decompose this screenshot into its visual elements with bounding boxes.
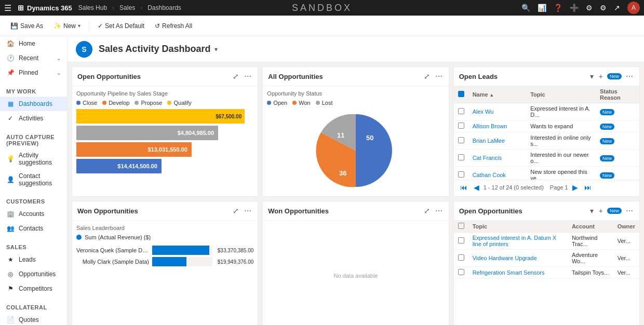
sidebar-item-activity-suggestions[interactable]: 💡 Activity suggestions [0,148,67,169]
open-leads-add-button[interactable]: + [598,71,604,82]
nav-sales-hub[interactable]: Sales Hub [78,4,107,11]
won-opp-more-button[interactable]: ⋯ [243,206,252,216]
open-opp-expand-button[interactable]: ⤢ [232,71,240,82]
competitors-icon: ⚑ [6,285,15,293]
nav-sales[interactable]: Sales [119,4,135,11]
row-checkbox[interactable] [458,254,464,261]
quotes-icon: 📄 [6,316,15,324]
open-leads-dropdown-button[interactable]: ▾ [589,71,595,82]
open-opp-bottom-title: Open Opportunities [459,207,586,215]
open-opp-bottom-more-button[interactable]: ⋯ [625,206,634,216]
sidebar-item-accounts[interactable]: 🏢 Accounts [0,207,67,221]
legend-won-label: Won [299,100,310,106]
open-opp-more-button[interactable]: ⋯ [243,71,252,82]
col-topic-opp[interactable]: Topic [468,221,568,233]
row-topic: Interested in our newer o... [526,150,596,167]
svg-text:50: 50 [366,134,373,142]
sidebar-item-competitors[interactable]: ⚑ Competitors [0,281,67,296]
all-opp-more-button[interactable]: ⋯ [434,71,444,82]
bar-name-0: Veronica Quek (Sample Da...) [76,247,149,253]
filter-icon[interactable]: ⚙ [586,4,593,12]
row-checkbox[interactable] [458,269,464,275]
row-checkbox[interactable] [458,137,464,143]
sidebar-item-activities[interactable]: ✓ Activities [0,111,67,126]
col-name[interactable]: Name [468,86,527,103]
col-topic[interactable]: Topic [526,86,596,103]
page-title: Sales Activity Dashboard [99,44,210,55]
sidebar-item-dashboards[interactable]: ▦ Dashboards [0,97,67,111]
funnel-value-qualify: $67,500.00 [216,114,242,119]
funnel-row-develop: $13,031,550.00 [76,142,253,157]
row-name[interactable]: Brian LaMee [468,132,527,150]
col-account-opp[interactable]: Account [568,221,613,233]
row-checkbox[interactable] [458,108,464,114]
bar-fill-0 [152,246,209,255]
refresh-all-button[interactable]: ↺ Refresh All [151,20,196,32]
dashboard-grid: Open Opportunities ⤢ ⋯ Opportunity Pipel… [72,66,640,325]
sidebar-item-contact-suggestions[interactable]: 👤 Contact suggestions [0,169,67,190]
set-as-default-button[interactable]: ✓ Set As Default [93,20,149,32]
open-opp-bottom-card: Open Opportunities ▾ + New ⋯ Topic [453,201,640,325]
sidebar-item-home[interactable]: 🏠 Home [0,36,67,51]
row-name[interactable]: Allison Brown [468,120,527,132]
row-topic[interactable]: Video Hardware Upgrade [468,250,568,267]
sidebar-item-leads[interactable]: ★ Leads [0,252,67,267]
open-opp-bottom-dropdown-button[interactable]: ▾ [589,206,595,216]
opp-select-all-checkbox[interactable] [458,223,464,229]
nav-dashboards[interactable]: Dashboards [147,4,181,11]
share-icon[interactable]: ↗ [614,4,620,12]
plus-icon[interactable]: ➕ [570,4,579,12]
open-leads-more-button[interactable]: ⋯ [625,71,634,82]
all-opp-header: All Opportunities ⤢ ⋯ [263,67,448,86]
settings-icon[interactable]: ⚙ [600,4,607,12]
page-title-chevron-icon[interactable]: ▾ [214,46,218,53]
pag-first-button[interactable]: ⏮ [458,182,469,193]
save-as-button[interactable]: 💾 Save As [6,20,47,32]
sidebar-item-pinned[interactable]: 📌 Pinned ⌄ [0,65,67,80]
row-name[interactable]: Cathan Cook [468,167,527,180]
row-checkbox[interactable] [458,154,464,160]
row-checkbox[interactable] [458,123,464,129]
chevron-pinned-icon: ⌄ [57,70,61,76]
activity-icon[interactable]: 📊 [538,4,546,12]
help-icon[interactable]: ❓ [554,4,562,12]
new-button[interactable]: ✨ New ▾ [49,20,85,32]
hamburger-icon[interactable]: ☰ [4,3,11,13]
open-opp-bottom-add-button[interactable]: + [598,206,604,216]
sidebar-section-my-work: My Work [0,84,67,97]
sidebar-item-quotes[interactable]: 📄 Quotes [0,313,67,325]
row-topic[interactable]: Expressed interest in A. Datum X line of… [468,233,568,250]
open-leads-pagination: ⏮ ◀ 1 - 12 of 24 (0 selected) Page 1 ▶ ⏭ [454,180,639,195]
row-name[interactable]: Alex Wu [468,103,527,120]
search-icon[interactable]: 🔍 [521,4,530,12]
bottom-center-more-button[interactable]: ⋯ [434,206,444,216]
sidebar-item-recent[interactable]: 🕐 Recent ⌄ [0,51,67,65]
bottom-center-expand-button[interactable]: ⤢ [423,206,431,216]
col-owner-opp[interactable]: Owner [613,221,639,233]
col-status[interactable]: Status Reason [596,86,639,103]
profile-icon[interactable]: A [627,2,640,14]
bulb-icon: 💡 [6,155,15,163]
select-all-checkbox[interactable] [458,91,464,97]
legend-close: Close [76,100,97,106]
row-topic: Wants to expand [526,120,596,132]
funnel-chart: $67,500.00 $4,804,985.00 $13,031,550 [76,109,253,173]
sidebar-item-contacts[interactable]: 👥 Contacts [0,221,67,236]
pag-prev-button[interactable]: ◀ [472,182,481,193]
row-topic[interactable]: Refrigeration Smart Sensors [468,267,568,279]
bar-name-1: Molly Clark (Sample Data) [76,259,149,265]
all-opp-expand-button[interactable]: ⤢ [423,71,431,82]
brand-logo[interactable]: ⊞ Dynamics 365 [18,4,72,12]
new-icon: ✨ [53,22,61,30]
sidebar-item-opportunities[interactable]: ◎ Opportunities [0,267,67,281]
won-opp-expand-button[interactable]: ⤢ [232,206,240,216]
open-opp-bottom-new-badge: New [607,208,622,214]
row-checkbox[interactable] [458,171,464,178]
open-opp-title: Open Opportunities [77,73,229,80]
pag-last-button[interactable]: ⏭ [582,182,594,193]
row-checkbox[interactable] [458,237,464,243]
row-name[interactable]: Cat Francis [468,150,527,167]
pag-next-button[interactable]: ▶ [570,182,580,193]
legend-develop: Develop [102,100,129,106]
row-status: New [596,167,639,180]
